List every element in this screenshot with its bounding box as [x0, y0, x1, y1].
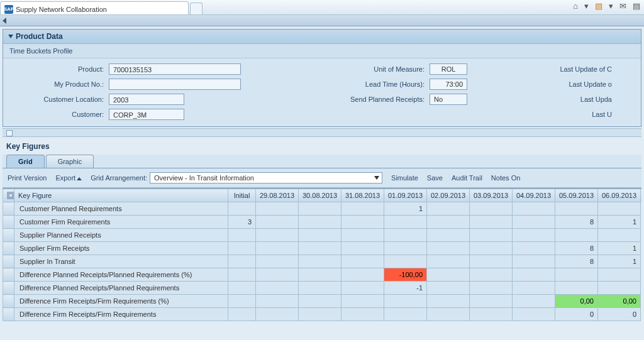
- data-cell[interactable]: [256, 229, 299, 242]
- col-date[interactable]: 29.08.2013: [256, 189, 299, 202]
- data-cell[interactable]: [299, 282, 341, 295]
- data-cell[interactable]: [427, 242, 470, 255]
- data-cell[interactable]: [299, 268, 341, 282]
- data-cell[interactable]: [427, 282, 470, 295]
- data-cell[interactable]: [299, 308, 341, 321]
- data-cell[interactable]: [341, 202, 384, 216]
- data-cell[interactable]: [228, 242, 256, 255]
- data-cell[interactable]: [513, 242, 555, 255]
- data-cell[interactable]: [470, 268, 513, 282]
- data-cell[interactable]: [384, 308, 427, 321]
- mail-icon[interactable]: ✉: [619, 1, 626, 11]
- data-cell[interactable]: [256, 216, 299, 229]
- data-cell[interactable]: [598, 282, 641, 295]
- data-cell[interactable]: [256, 255, 299, 268]
- data-cell[interactable]: [228, 229, 256, 242]
- data-cell[interactable]: [513, 216, 555, 229]
- back-arrow-icon[interactable]: [3, 18, 6, 24]
- col-key-figure[interactable]: Key Figure: [14, 189, 228, 202]
- col-date[interactable]: 04.09.2013: [513, 189, 555, 202]
- home-icon[interactable]: ⌂: [573, 1, 578, 11]
- data-cell[interactable]: [427, 229, 470, 242]
- data-cell[interactable]: [341, 216, 384, 229]
- select-all-header[interactable]: [3, 189, 14, 202]
- grid-arrangement-dropdown[interactable]: Overview - In Transit Information: [150, 172, 382, 184]
- data-cell[interactable]: [228, 282, 256, 295]
- data-cell[interactable]: [598, 202, 641, 216]
- data-cell[interactable]: 8: [555, 242, 598, 255]
- dropdown-icon[interactable]: ▾: [609, 1, 613, 11]
- row-selector[interactable]: [3, 282, 14, 295]
- data-cell[interactable]: 1: [384, 202, 427, 216]
- data-cell[interactable]: [228, 295, 256, 308]
- data-cell[interactable]: [513, 268, 555, 282]
- dropdown-icon[interactable]: ▾: [584, 1, 589, 11]
- data-cell[interactable]: 8: [555, 255, 598, 268]
- new-tab-button[interactable]: [190, 3, 203, 14]
- data-cell[interactable]: [341, 229, 384, 242]
- data-cell[interactable]: [513, 308, 555, 321]
- data-cell[interactable]: [228, 268, 256, 282]
- data-cell[interactable]: [256, 202, 299, 216]
- row-selector[interactable]: [3, 295, 14, 308]
- data-cell[interactable]: [555, 282, 598, 295]
- data-cell[interactable]: [299, 242, 341, 255]
- row-selector[interactable]: [3, 216, 14, 229]
- row-selector[interactable]: [3, 255, 14, 268]
- lead-field[interactable]: 73:00: [430, 79, 467, 90]
- data-cell[interactable]: [555, 268, 598, 282]
- data-cell[interactable]: [513, 255, 555, 268]
- sendpr-field[interactable]: No: [430, 94, 467, 105]
- customer-field[interactable]: CORP_3M: [109, 109, 184, 120]
- uom-field[interactable]: ROL: [430, 63, 467, 75]
- data-cell[interactable]: [256, 282, 299, 295]
- data-cell[interactable]: [299, 229, 341, 242]
- data-cell[interactable]: [427, 216, 470, 229]
- col-date[interactable]: 02.09.2013: [427, 189, 470, 202]
- data-cell[interactable]: [341, 268, 384, 282]
- print-icon[interactable]: ▤: [633, 1, 640, 11]
- data-cell[interactable]: -100,00: [384, 268, 427, 282]
- print-version-link[interactable]: Print Version: [8, 174, 47, 182]
- data-cell[interactable]: [299, 255, 341, 268]
- data-cell[interactable]: 0: [598, 308, 641, 321]
- tab-grid[interactable]: Grid: [6, 155, 45, 168]
- data-cell[interactable]: [513, 295, 555, 308]
- data-cell[interactable]: [341, 242, 384, 255]
- row-selector[interactable]: [3, 229, 14, 242]
- data-cell[interactable]: [513, 202, 555, 216]
- data-cell[interactable]: [470, 282, 513, 295]
- row-selector[interactable]: [3, 202, 14, 216]
- col-date[interactable]: 03.09.2013: [470, 189, 513, 202]
- data-cell[interactable]: [470, 216, 513, 229]
- col-date[interactable]: 30.08.2013: [299, 189, 341, 202]
- data-cell[interactable]: 1: [598, 216, 641, 229]
- data-cell[interactable]: [470, 229, 513, 242]
- data-cell[interactable]: [470, 202, 513, 216]
- row-selector[interactable]: [3, 308, 14, 321]
- data-cell[interactable]: [256, 242, 299, 255]
- browser-tab[interactable]: SAP Supply Network Collaboration: [0, 1, 189, 14]
- data-cell[interactable]: [341, 308, 384, 321]
- data-cell[interactable]: [427, 268, 470, 282]
- data-cell[interactable]: [513, 282, 555, 295]
- data-cell[interactable]: [470, 255, 513, 268]
- export-link[interactable]: Export: [55, 174, 82, 182]
- data-cell[interactable]: [341, 282, 384, 295]
- data-cell[interactable]: [228, 308, 256, 321]
- col-date[interactable]: 31.08.2013: [341, 189, 384, 202]
- col-date[interactable]: 06.09.2013: [598, 189, 641, 202]
- col-date[interactable]: 01.09.2013: [384, 189, 427, 202]
- data-cell[interactable]: 8: [555, 216, 598, 229]
- audit-trail-link[interactable]: Audit Trail: [452, 174, 482, 182]
- custloc-field[interactable]: 2003: [109, 94, 184, 105]
- data-cell[interactable]: 0: [555, 308, 598, 321]
- data-cell[interactable]: [299, 295, 341, 308]
- tab-graphic[interactable]: Graphic: [46, 155, 94, 168]
- simulate-link[interactable]: Simulate: [391, 174, 418, 182]
- data-cell[interactable]: [341, 295, 384, 308]
- data-cell[interactable]: [555, 202, 598, 216]
- col-initial[interactable]: Initial: [228, 189, 256, 202]
- data-cell[interactable]: [256, 268, 299, 282]
- data-cell[interactable]: [341, 255, 384, 268]
